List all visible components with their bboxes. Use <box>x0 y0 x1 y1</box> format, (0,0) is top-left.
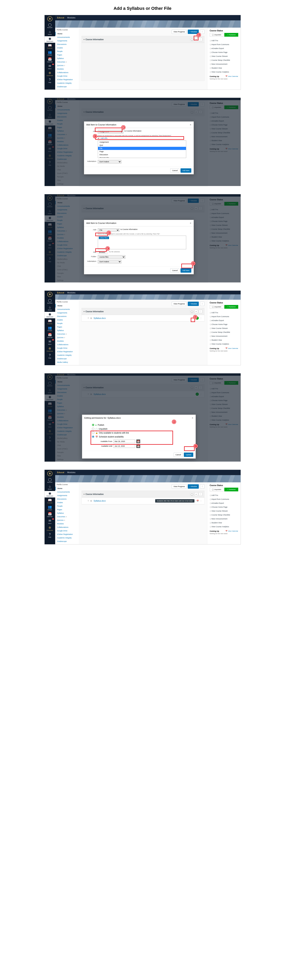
published-button[interactable]: ✓ Published <box>224 488 238 492</box>
add-item-dialog: Add Item to Course Information✕ Add: Ass… <box>84 121 194 175</box>
calendar-icon[interactable]: 📅 <box>136 444 140 448</box>
drag-icon[interactable]: ⠿ <box>88 317 89 319</box>
add-module-button[interactable]: + Module <box>188 484 199 488</box>
options-button[interactable]: ⋮ <box>200 484 205 488</box>
hint: Select an assignment to associate with t… <box>98 135 191 137</box>
callout-d: D <box>107 231 110 235</box>
global-nav: ✱ ◯Account ⌂Admin ◉Dashboard 📖Courses 👥G… <box>45 15 55 89</box>
add-module-button[interactable]: + Module <box>188 302 199 306</box>
callout-b: B <box>122 126 125 129</box>
rail-dashboard[interactable]: ◉Dashboard <box>45 36 55 43</box>
unpublish-button[interactable]: ◯ Unpublish <box>210 488 224 492</box>
indent-select[interactable]: Don't Indent <box>98 160 122 164</box>
close-icon[interactable]: ✕ <box>190 222 191 224</box>
module-item[interactable]: ⠿ 🗎 Syllabus.docx ✓ ⋮ <box>82 315 204 321</box>
drag-icon[interactable]: ⠿ <box>88 500 89 502</box>
or-label: or <box>98 137 99 139</box>
screenshot-4: ✱◯Account⌂Admin◉Dashboard📖Courses👥Groups… <box>45 291 241 365</box>
screenshot-2: ✱◯Account⌂Admin◉Dashboard📖Courses👥Groups… <box>45 98 241 186</box>
course-nav: HomeAnnouncementsAssignmentsDiscussionsG… <box>55 31 79 89</box>
permissions-dialog: Editing permissions for: Syllabus.docx✕ … <box>82 415 196 459</box>
unpublish-button[interactable]: ◯ Unpublish <box>210 33 224 37</box>
opt-publish[interactable]: ●Publish <box>92 423 193 427</box>
rail-courses[interactable]: 📖Courses <box>45 43 55 49</box>
published-button[interactable]: ✓ Published <box>224 305 238 309</box>
callout-f: F <box>192 262 195 265</box>
callout-c: C <box>93 134 97 138</box>
callout-e: E <box>106 247 109 250</box>
rail-admin[interactable]: ⌂Admin <box>45 29 55 36</box>
add-item-button[interactable]: ＋ <box>194 38 198 41</box>
file-icon: 🗎 <box>90 500 92 502</box>
unpublish-button[interactable]: ◯ Unpublish <box>210 305 224 309</box>
availability-pill: Available after Mar 29 at 12am until Jun… <box>155 499 194 503</box>
calendar-icon[interactable]: 📅 <box>197 500 199 502</box>
opt-link-only[interactable]: 🔒Only available to students with link <box>92 431 193 435</box>
module-options-button[interactable]: ⋮ <box>199 38 202 41</box>
publish-icon[interactable]: ◯ <box>190 38 194 41</box>
rail-commons[interactable]: ⊕Commons <box>45 70 55 77</box>
collapse-icon[interactable]: ▾ <box>84 38 85 40</box>
add-item-button[interactable]: Add Item <box>181 268 191 273</box>
callout-g: G <box>194 315 197 319</box>
published-button[interactable]: ✓ Published <box>224 33 238 37</box>
topbar-section: Modules <box>67 16 75 19</box>
view-progress-button[interactable]: View Progress <box>172 30 187 34</box>
cancel-button[interactable]: Cancel <box>174 453 183 457</box>
rail-account[interactable]: ◯Account <box>45 22 55 29</box>
dialog-title: Editing permissions for: Syllabus.docx <box>85 417 121 419</box>
update-button[interactable]: Update <box>184 453 193 457</box>
rail-calendar[interactable]: 📅Calendar <box>45 57 55 63</box>
module-title: Course Information <box>86 38 190 41</box>
close-icon[interactable]: ✕ <box>192 417 193 419</box>
browse-button[interactable]: Browse... <box>98 251 108 254</box>
available-until-input[interactable] <box>114 444 135 448</box>
module-item[interactable]: ⠿ 🗎 Syllabus.docx Available after Mar 29… <box>82 498 204 504</box>
add-module-button[interactable]: + Module <box>188 30 199 34</box>
add-type-select[interactable]: Assignment <box>98 130 123 134</box>
callout-a: A <box>197 33 200 37</box>
file-icon: 🗎 <box>90 317 92 319</box>
add-item-button[interactable]: Add Item <box>181 169 191 173</box>
new-file-option[interactable]: [ New File ] <box>99 237 109 239</box>
callout-h: H <box>172 420 176 423</box>
cancel-button[interactable]: Cancel <box>170 169 179 173</box>
add-url-link[interactable]: Add URL <box>101 137 108 139</box>
opt-schedule[interactable]: 📅Schedule student availability <box>92 435 193 439</box>
topbar: Educat › Modules <box>55 15 240 21</box>
available-from-input[interactable] <box>114 440 135 443</box>
cancel-button[interactable]: Cancel <box>170 268 179 273</box>
dialog-title: Add Item to Course Information <box>86 124 117 126</box>
add-file-dialog: Add Item to Course Information✕ Add:File… <box>84 220 194 274</box>
file-listbox[interactable]: [ New File ] <box>98 235 186 249</box>
item-options[interactable]: ⋮ <box>200 317 202 319</box>
logo[interactable]: ✱ <box>47 16 53 21</box>
breadcrumb: Perilla Course <box>55 28 79 31</box>
close-icon[interactable]: ✕ <box>190 124 191 126</box>
screenshot-1: ✱ ◯Account ⌂Admin ◉Dashboard 📖Courses 👥G… <box>45 15 241 90</box>
rail-help[interactable]: ?Help <box>45 78 55 84</box>
file-link[interactable]: Syllabus.docx <box>94 500 155 502</box>
screenshot-5: ✱◯Account⌂Admin◉Dashboard📖Courses👥Groups… <box>45 373 241 462</box>
brand: Educat <box>57 16 64 19</box>
type-listbox[interactable]: Assignment Quiz File Page Discussion Tex… <box>98 140 186 158</box>
module: ▾ Course Information ◯ ＋ ⋮ <box>82 36 205 81</box>
view-progress-button[interactable]: View Progress <box>172 302 187 306</box>
indent-select[interactable]: Don't Indent <box>98 260 122 263</box>
banner <box>55 21 240 28</box>
folder-select[interactable]: course files <box>98 255 125 259</box>
doc-title: Add a Syllabus or Other File <box>0 0 285 15</box>
options-button[interactable]: ⋮ <box>200 30 205 34</box>
options-button[interactable]: ⋮ <box>200 302 205 306</box>
view-progress-button[interactable]: View Progress <box>172 484 187 488</box>
rail-groups[interactable]: 👥Groups <box>45 50 55 56</box>
screenshot-3: ✱◯Account⌂Admin◉Dashboard📖Courses👥Groups… <box>45 194 241 283</box>
callout-i: I <box>194 444 197 448</box>
screenshot-6: ✱◯Account⌂Admin◉Dashboard📖Courses👥Groups… <box>45 469 241 544</box>
opt-unpublish[interactable]: ◯Unpublish <box>92 427 193 431</box>
rail-inbox[interactable]: 2✉Inbox <box>45 64 55 70</box>
item-options[interactable]: ⋮ <box>200 500 202 502</box>
sidebar: Course Status◯ Unpublish✓ PublishedAdd T… <box>207 28 240 89</box>
calendar-icon[interactable]: 📅 <box>136 439 140 443</box>
file-link[interactable]: Syllabus.docx <box>94 317 195 319</box>
